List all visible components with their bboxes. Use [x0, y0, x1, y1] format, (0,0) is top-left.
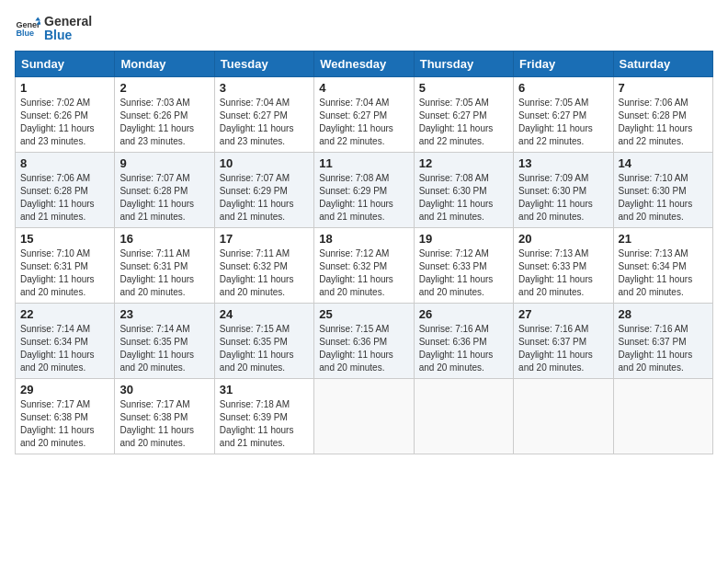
day-number: 17 [220, 232, 309, 246]
day-number: 20 [518, 232, 608, 246]
calendar-cell: 1 Sunrise: 7:02 AM Sunset: 6:26 PM Dayli… [16, 76, 115, 152]
day-info: Sunrise: 7:12 AM Sunset: 6:32 PM Dayligh… [319, 247, 408, 299]
svg-marker-2 [35, 17, 40, 21]
calendar-cell: 5 Sunrise: 7:05 AM Sunset: 6:27 PM Dayli… [414, 76, 513, 152]
day-info: Sunrise: 7:08 AM Sunset: 6:30 PM Dayligh… [419, 172, 508, 224]
day-number: 27 [518, 307, 608, 321]
day-info: Sunrise: 7:03 AM Sunset: 6:26 PM Dayligh… [119, 97, 209, 148]
day-info: Sunrise: 7:02 AM Sunset: 6:26 PM Dayligh… [20, 97, 109, 148]
calendar-table: SundayMondayTuesdayWednesdayThursdayFrid… [15, 51, 713, 454]
calendar-cell: 20 Sunrise: 7:13 AM Sunset: 6:33 PM Dayl… [514, 227, 613, 303]
day-info: Sunrise: 7:15 AM Sunset: 6:35 PM Dayligh… [220, 323, 309, 374]
calendar-cell: 13 Sunrise: 7:09 AM Sunset: 6:30 PM Dayl… [514, 152, 613, 227]
day-info: Sunrise: 7:11 AM Sunset: 6:32 PM Dayligh… [220, 247, 309, 299]
day-info: Sunrise: 7:17 AM Sunset: 6:38 PM Dayligh… [119, 398, 209, 450]
calendar-cell: 6 Sunrise: 7:05 AM Sunset: 6:27 PM Dayli… [514, 76, 613, 152]
calendar-cell: 15 Sunrise: 7:10 AM Sunset: 6:31 PM Dayl… [16, 227, 115, 303]
day-info: Sunrise: 7:18 AM Sunset: 6:39 PM Dayligh… [220, 398, 309, 450]
calendar-cell [613, 378, 712, 454]
weekday-header: Saturday [613, 51, 712, 76]
calendar-cell: 29 Sunrise: 7:17 AM Sunset: 6:38 PM Dayl… [16, 378, 115, 454]
day-info: Sunrise: 7:08 AM Sunset: 6:29 PM Dayligh… [319, 172, 408, 224]
logo: General Blue General Blue [15, 15, 92, 43]
day-number: 19 [419, 232, 508, 246]
day-info: Sunrise: 7:14 AM Sunset: 6:34 PM Dayligh… [20, 323, 109, 374]
day-info: Sunrise: 7:05 AM Sunset: 6:27 PM Dayligh… [518, 97, 608, 148]
day-info: Sunrise: 7:10 AM Sunset: 6:31 PM Dayligh… [20, 247, 109, 299]
day-info: Sunrise: 7:16 AM Sunset: 6:36 PM Dayligh… [419, 323, 508, 374]
day-info: Sunrise: 7:07 AM Sunset: 6:28 PM Dayligh… [119, 172, 209, 224]
day-info: Sunrise: 7:04 AM Sunset: 6:27 PM Dayligh… [319, 97, 408, 148]
day-number: 4 [319, 81, 408, 95]
weekday-header: Monday [115, 51, 214, 76]
day-number: 16 [119, 232, 209, 246]
day-info: Sunrise: 7:04 AM Sunset: 6:27 PM Dayligh… [220, 97, 309, 148]
calendar-cell: 23 Sunrise: 7:14 AM Sunset: 6:35 PM Dayl… [115, 303, 214, 378]
calendar-cell: 18 Sunrise: 7:12 AM Sunset: 6:32 PM Dayl… [314, 227, 414, 303]
day-number: 8 [20, 156, 109, 170]
day-number: 12 [419, 156, 508, 170]
day-number: 2 [119, 81, 209, 95]
day-number: 31 [220, 383, 309, 396]
calendar-cell: 17 Sunrise: 7:11 AM Sunset: 6:32 PM Dayl… [214, 227, 313, 303]
day-info: Sunrise: 7:06 AM Sunset: 6:28 PM Dayligh… [20, 172, 109, 224]
calendar-cell: 21 Sunrise: 7:13 AM Sunset: 6:34 PM Dayl… [613, 227, 712, 303]
calendar-cell: 9 Sunrise: 7:07 AM Sunset: 6:28 PM Dayli… [115, 152, 214, 227]
day-info: Sunrise: 7:16 AM Sunset: 6:37 PM Dayligh… [518, 323, 608, 374]
day-number: 21 [619, 232, 708, 246]
day-number: 11 [319, 156, 408, 170]
calendar-cell: 25 Sunrise: 7:15 AM Sunset: 6:36 PM Dayl… [314, 303, 414, 378]
day-number: 15 [20, 232, 109, 246]
calendar-cell: 14 Sunrise: 7:10 AM Sunset: 6:30 PM Dayl… [613, 152, 712, 227]
day-info: Sunrise: 7:05 AM Sunset: 6:27 PM Dayligh… [419, 97, 508, 148]
day-info: Sunrise: 7:15 AM Sunset: 6:36 PM Dayligh… [319, 323, 408, 374]
weekday-header: Tuesday [214, 51, 313, 76]
calendar-cell: 7 Sunrise: 7:06 AM Sunset: 6:28 PM Dayli… [613, 76, 712, 152]
day-info: Sunrise: 7:12 AM Sunset: 6:33 PM Dayligh… [419, 247, 508, 299]
weekday-header: Friday [514, 51, 613, 76]
day-number: 22 [20, 307, 109, 321]
day-number: 18 [319, 232, 408, 246]
calendar-cell [514, 378, 613, 454]
day-info: Sunrise: 7:16 AM Sunset: 6:37 PM Dayligh… [619, 323, 708, 374]
day-info: Sunrise: 7:10 AM Sunset: 6:30 PM Dayligh… [619, 172, 708, 224]
day-number: 28 [619, 307, 708, 321]
svg-text:Blue: Blue [16, 29, 34, 39]
day-info: Sunrise: 7:14 AM Sunset: 6:35 PM Dayligh… [119, 323, 209, 374]
calendar-cell: 11 Sunrise: 7:08 AM Sunset: 6:29 PM Dayl… [314, 152, 414, 227]
day-info: Sunrise: 7:06 AM Sunset: 6:28 PM Dayligh… [619, 97, 708, 148]
day-number: 24 [220, 307, 309, 321]
calendar-cell: 28 Sunrise: 7:16 AM Sunset: 6:37 PM Dayl… [613, 303, 712, 378]
day-number: 10 [220, 156, 309, 170]
weekday-header: Wednesday [314, 51, 414, 76]
weekday-header: Thursday [414, 51, 513, 76]
day-number: 5 [419, 81, 508, 95]
day-number: 25 [319, 307, 408, 321]
day-info: Sunrise: 7:17 AM Sunset: 6:38 PM Dayligh… [20, 398, 109, 450]
calendar-cell: 24 Sunrise: 7:15 AM Sunset: 6:35 PM Dayl… [214, 303, 313, 378]
day-number: 14 [619, 156, 708, 170]
day-number: 1 [20, 81, 109, 95]
day-number: 26 [419, 307, 508, 321]
calendar-cell: 26 Sunrise: 7:16 AM Sunset: 6:36 PM Dayl… [414, 303, 513, 378]
day-number: 6 [518, 81, 608, 95]
day-info: Sunrise: 7:13 AM Sunset: 6:34 PM Dayligh… [619, 247, 708, 299]
calendar-cell: 31 Sunrise: 7:18 AM Sunset: 6:39 PM Dayl… [214, 378, 313, 454]
calendar-cell: 12 Sunrise: 7:08 AM Sunset: 6:30 PM Dayl… [414, 152, 513, 227]
calendar-cell: 22 Sunrise: 7:14 AM Sunset: 6:34 PM Dayl… [16, 303, 115, 378]
calendar-cell [414, 378, 513, 454]
calendar-cell: 19 Sunrise: 7:12 AM Sunset: 6:33 PM Dayl… [414, 227, 513, 303]
day-info: Sunrise: 7:13 AM Sunset: 6:33 PM Dayligh… [518, 247, 608, 299]
calendar-cell: 16 Sunrise: 7:11 AM Sunset: 6:31 PM Dayl… [115, 227, 214, 303]
calendar-cell: 4 Sunrise: 7:04 AM Sunset: 6:27 PM Dayli… [314, 76, 414, 152]
day-number: 23 [119, 307, 209, 321]
calendar-cell: 8 Sunrise: 7:06 AM Sunset: 6:28 PM Dayli… [16, 152, 115, 227]
day-info: Sunrise: 7:09 AM Sunset: 6:30 PM Dayligh… [518, 172, 608, 224]
calendar-cell: 2 Sunrise: 7:03 AM Sunset: 6:26 PM Dayli… [115, 76, 214, 152]
day-info: Sunrise: 7:07 AM Sunset: 6:29 PM Dayligh… [220, 172, 309, 224]
day-number: 7 [619, 81, 708, 95]
day-number: 13 [518, 156, 608, 170]
day-number: 9 [119, 156, 209, 170]
day-number: 30 [119, 383, 209, 396]
calendar-cell: 30 Sunrise: 7:17 AM Sunset: 6:38 PM Dayl… [115, 378, 214, 454]
